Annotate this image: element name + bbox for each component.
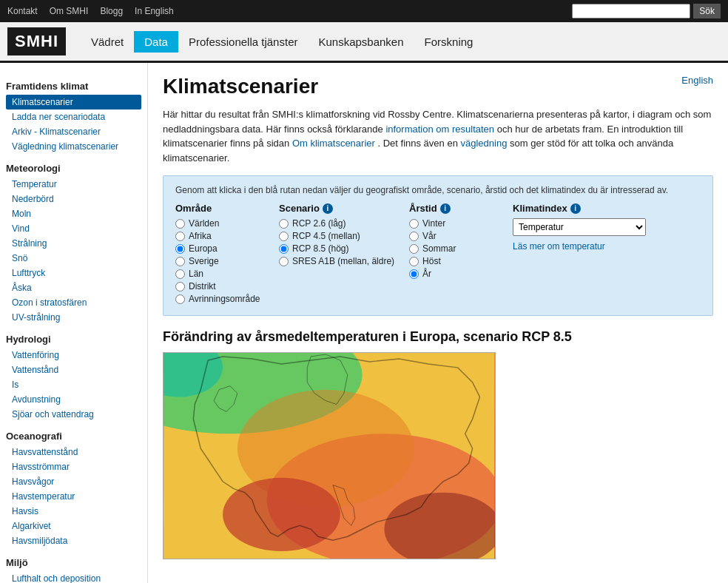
sidebar-section-oceanografi: Oceanografi — [6, 431, 141, 442]
sidebar-item-vattenstand[interactable]: Vattenstånd — [6, 363, 141, 377]
radio-vinter[interactable]: Vinter — [409, 218, 498, 229]
sidebar-item-lufthalt[interactable]: Lufthalt och deposition — [6, 571, 141, 583]
sidebar-item-klimatscenarier[interactable]: Klimatscenarier — [6, 95, 141, 109]
radio-avrinning[interactable]: Avrinningsområde — [175, 294, 264, 304]
sidebar-item-algarkivet[interactable]: Algarkivet — [6, 519, 141, 533]
intro-text: Här hittar du resultat från SMHI:s klima… — [163, 107, 713, 165]
sidebar-item-ladda-ner[interactable]: Ladda ner scenariodata — [6, 109, 141, 124]
radio-varlden[interactable]: Världen — [175, 218, 264, 229]
intro-p1c: . Det finns även en — [377, 138, 457, 149]
sidebar-item-sjoar[interactable]: Sjöar och vattendrag — [6, 407, 141, 422]
sidebar-item-arkiv[interactable]: Arkiv - Klimatscenarier — [6, 124, 141, 139]
klimatindex-column: Klimatindex i Temperatur Nederbörd Snö V… — [513, 203, 646, 252]
english-link[interactable]: English — [681, 75, 713, 86]
selection-box: Genom att klicka i den blå rutan nedan v… — [163, 175, 713, 316]
radio-distrikt[interactable]: Distrikt — [175, 281, 264, 292]
nav-vadret[interactable]: Vädret — [81, 31, 134, 53]
omrade-column: Område Världen Afrika Europa Sverige Län… — [175, 203, 264, 306]
sidebar-section-hydrologi: Hydrologi — [6, 334, 141, 345]
selection-grid: Område Världen Afrika Europa Sverige Län… — [175, 203, 701, 306]
sidebar-item-havsstrommar[interactable]: Havsströmmar — [6, 459, 141, 474]
search-button[interactable]: Sök — [693, 4, 721, 18]
radio-host[interactable]: Höst — [409, 256, 498, 266]
sidebar-item-avdunstning[interactable]: Avdunstning — [6, 392, 141, 407]
radio-sresa1b[interactable]: SRES A1B (mellan, äldre) — [279, 256, 394, 266]
radio-europa[interactable]: Europa — [175, 243, 264, 254]
sidebar-item-moln[interactable]: Moln — [6, 206, 141, 221]
radio-var[interactable]: Vår — [409, 231, 498, 241]
scenario-info-icon[interactable]: i — [323, 203, 333, 214]
blogg-link[interactable]: Blogg — [100, 6, 123, 16]
map-svg — [164, 353, 495, 559]
radio-sverige[interactable]: Sverige — [175, 256, 264, 266]
selection-instruction: Genom att klicka i den blå rutan nedan v… — [175, 185, 701, 195]
in-english-link[interactable]: In English — [135, 6, 174, 16]
sidebar-item-vattenföring[interactable]: Vattenföring — [6, 348, 141, 363]
search-input[interactable] — [572, 4, 690, 18]
nav-forskning[interactable]: Forskning — [414, 31, 484, 53]
top-nav-links: Kontakt Om SMHI Blogg In English — [7, 6, 174, 16]
search-area: Sök — [572, 4, 721, 18]
main-content: English Klimatscenarier Här hittar du re… — [148, 63, 728, 583]
chart-title: Förändring av årsmedeltemperaturen i Eur… — [163, 329, 713, 345]
las-mer-temperatur-link[interactable]: Läs mer om temperatur — [513, 241, 605, 252]
radio-lan[interactable]: Län — [175, 269, 264, 279]
intro-link1[interactable]: information om resultaten — [385, 124, 494, 135]
omrade-header: Område — [175, 203, 264, 214]
sidebar-item-aska[interactable]: Åska — [6, 280, 141, 295]
page-title: Klimatscenarier — [163, 75, 713, 98]
radio-rcp45[interactable]: RCP 4.5 (mellan) — [279, 231, 394, 241]
arstid-column: Årstid i Vinter Vår Sommar Höst År — [409, 203, 498, 281]
sidebar-item-stralning[interactable]: Strålning — [6, 236, 141, 251]
site-logo[interactable]: SMHI — [7, 27, 66, 55]
sidebar-item-havsvågor[interactable]: Havsvågor — [6, 474, 141, 489]
svg-point-4 — [223, 478, 340, 551]
nav-professionella[interactable]: Professionella tjänster — [178, 31, 309, 53]
sidebar: Framtidens klimat Klimatscenarier Ladda … — [0, 63, 148, 583]
kontakt-link[interactable]: Kontakt — [7, 6, 38, 16]
sidebar-item-havstemperatur[interactable]: Havstemperatur — [6, 489, 141, 504]
europe-map — [163, 352, 496, 559]
main-navigation: SMHI Vädret Data Professionella tjänster… — [0, 22, 728, 63]
page-wrapper: Framtidens klimat Klimatscenarier Ladda … — [0, 63, 728, 583]
arstid-header: Årstid i — [409, 203, 498, 214]
radio-rcp26[interactable]: RCP 2.6 (låg) — [279, 218, 394, 229]
radio-sommar[interactable]: Sommar — [409, 243, 498, 254]
sidebar-item-is[interactable]: Is — [6, 377, 141, 392]
klimatindex-header: Klimatindex i — [513, 203, 646, 214]
top-navigation: Kontakt Om SMHI Blogg In English Sök — [0, 0, 728, 22]
sidebar-item-havsis[interactable]: Havsis — [6, 504, 141, 519]
main-nav-links: Vädret Data Professionella tjänster Kuns… — [81, 31, 483, 53]
arstid-info-icon[interactable]: i — [440, 203, 451, 214]
klimatindex-select[interactable]: Temperatur Nederbörd Snö Vind — [513, 218, 646, 236]
nav-kunskapsbanken[interactable]: Kunskapsbanken — [308, 31, 414, 53]
sidebar-item-ozon[interactable]: Ozon i stratosfären — [6, 295, 141, 310]
klimatindex-info-icon[interactable]: i — [570, 203, 581, 214]
radio-rcp85[interactable]: RCP 8.5 (hög) — [279, 243, 394, 254]
radio-ar[interactable]: År — [409, 269, 498, 279]
sidebar-section-meteorologi: Meteorologi — [6, 163, 141, 174]
sidebar-item-sno[interactable]: Snö — [6, 251, 141, 266]
chart-section: Förändring av årsmedeltemperaturen i Eur… — [163, 329, 713, 559]
sidebar-item-vagledning[interactable]: Vägledning klimatscenarier — [6, 139, 141, 154]
nav-data[interactable]: Data — [134, 31, 178, 53]
scenario-column: Scenario i RCP 2.6 (låg) RCP 4.5 (mellan… — [279, 203, 394, 269]
sidebar-item-temperatur[interactable]: Temperatur — [6, 177, 141, 192]
sidebar-item-havsmiljödata[interactable]: Havsmiljödata — [6, 533, 141, 548]
sidebar-section-miljo: Miljö — [6, 557, 141, 568]
sidebar-item-lufttryck[interactable]: Lufttryck — [6, 266, 141, 280]
sidebar-section-framtidens-klimat: Framtidens klimat — [6, 81, 141, 92]
sidebar-item-nederbord[interactable]: Nederbörd — [6, 192, 141, 206]
intro-link2[interactable]: Om klimatscenarier — [292, 138, 375, 149]
sidebar-item-havsvattenstand[interactable]: Havsvattenstånd — [6, 445, 141, 459]
om-smhi-link[interactable]: Om SMHI — [50, 6, 89, 16]
intro-link3[interactable]: vägledning — [461, 138, 508, 149]
sidebar-item-uv[interactable]: UV-strålning — [6, 310, 141, 325]
scenario-header: Scenario i — [279, 203, 394, 214]
radio-afrika[interactable]: Afrika — [175, 231, 264, 241]
sidebar-item-vind[interactable]: Vind — [6, 221, 141, 236]
